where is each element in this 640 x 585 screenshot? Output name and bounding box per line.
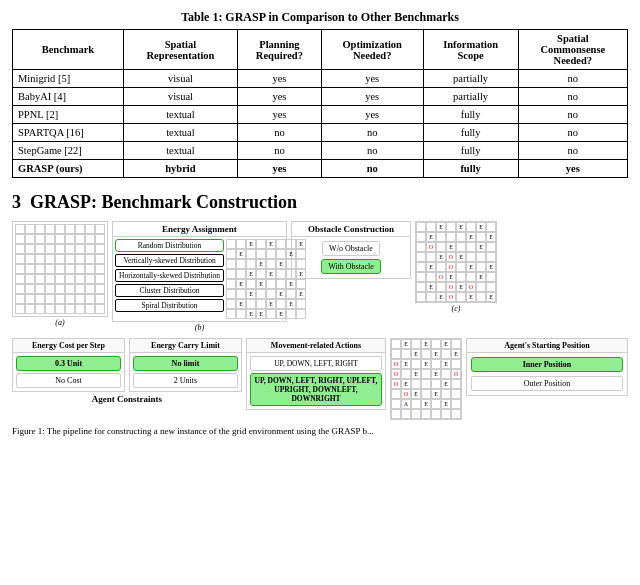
grid-cell [286, 269, 296, 279]
grid-cell [226, 239, 236, 249]
grid-cell: E [286, 249, 296, 259]
grid-cell [25, 224, 35, 234]
position-item: Outer Position [471, 376, 623, 391]
grid-cell: E [446, 242, 456, 252]
grid-cell [15, 234, 25, 244]
grid-cell [85, 254, 95, 264]
grid-cell [276, 239, 286, 249]
grid-cell [45, 294, 55, 304]
grid-cell [95, 224, 105, 234]
grid-cell [45, 254, 55, 264]
grid-cell [286, 309, 296, 319]
grid-cell [426, 292, 436, 302]
grid-cell [266, 249, 276, 259]
grid-cell [55, 264, 65, 274]
energy-carry-item: No limit [133, 356, 238, 371]
grid-cell [411, 399, 421, 409]
table-cell: no [518, 70, 627, 88]
grid-cell [15, 304, 25, 314]
grid-cell [95, 274, 105, 284]
label-a: (a) [55, 318, 64, 327]
grid-cell [431, 339, 441, 349]
grid-cell: E [256, 279, 266, 289]
grid-panel-a [12, 221, 108, 317]
grid-cell [95, 234, 105, 244]
obstacle-title: Obstacle Construction [292, 222, 410, 237]
grid-cell [45, 264, 55, 274]
grid-cell [451, 409, 461, 419]
grid-cell [416, 222, 426, 232]
grid-cell [226, 259, 236, 269]
grid-cell [55, 274, 65, 284]
table-cell: PPNL [2] [13, 106, 124, 124]
grid-cell [256, 299, 266, 309]
grid-cell [65, 294, 75, 304]
table-cell: yes [237, 160, 321, 178]
grid-cell [286, 289, 296, 299]
grid-cell [236, 309, 246, 319]
grid-cell [436, 242, 446, 252]
grid-cell [476, 252, 486, 262]
agent-constraints-section: Energy Cost per Step 0.3 UnitNo Cost Ene… [12, 338, 242, 404]
grid-cell: E [411, 369, 421, 379]
grid-cell [55, 234, 65, 244]
grid-cell [476, 232, 486, 242]
grid-cell: E [236, 279, 246, 289]
table-cell: SPARTQA [16] [13, 124, 124, 142]
grid-cell [45, 284, 55, 294]
energy-carry-title: Energy Carry Limit [130, 339, 241, 353]
position-item: Inner Position [471, 357, 623, 372]
grid-cell: E [401, 379, 411, 389]
table-cell: fully [423, 124, 518, 142]
table-cell: no [321, 160, 423, 178]
table-cell: visual [123, 88, 237, 106]
grid-cell: E [446, 272, 456, 282]
grid-cell: E [421, 399, 431, 409]
grid-cell [446, 232, 456, 242]
grid-cell [95, 244, 105, 254]
grid-cell [85, 304, 95, 314]
agent-constraints-title: Agent Constraints [12, 394, 242, 404]
grid-cell [416, 282, 426, 292]
grid-cell [226, 309, 236, 319]
grid-cell: O [391, 379, 401, 389]
grid-cell [426, 252, 436, 262]
grid-cell [466, 242, 476, 252]
grid-cell: O [446, 262, 456, 272]
grid-cell [431, 409, 441, 419]
grid-cell: E [436, 292, 446, 302]
energy-cost-item: 0.3 Unit [16, 356, 121, 371]
grid-cell [401, 409, 411, 419]
grid-cell [75, 304, 85, 314]
grid-cell: E [296, 269, 306, 279]
grid-cell [55, 304, 65, 314]
grid-cell [451, 359, 461, 369]
table-cell: hybrid [123, 160, 237, 178]
grid-cell: E [441, 359, 451, 369]
col-optimization: OptimizationNeeded? [321, 30, 423, 70]
grid-cell: E [426, 282, 436, 292]
grid-cell [15, 284, 25, 294]
grid-cell [25, 304, 35, 314]
grid-cell [85, 294, 95, 304]
col-commonsense: SpatialCommonsenseNeeded? [518, 30, 627, 70]
energy-cost-item: No Cost [16, 373, 121, 388]
grid-cell: E [266, 299, 276, 309]
grid-cell [401, 369, 411, 379]
grid-cell [476, 292, 486, 302]
movement-box: Movement-related Actions UP, DOWN, LEFT,… [246, 338, 386, 410]
grid-cell [441, 409, 451, 419]
grid-panel-c: EEEEEEOEEEOEEOEEOEEEOEOEOEE [415, 221, 497, 303]
table-cell: partially [423, 70, 518, 88]
grid-cell [35, 284, 45, 294]
table-cell: StepGame [22] [13, 142, 124, 160]
grid-cell [95, 284, 105, 294]
table-cell: no [321, 124, 423, 142]
grid-cell [236, 269, 246, 279]
table-cell: yes [237, 70, 321, 88]
movement-item: UP, DOWN, LEFT, RIGHT, UPLEFT, UPRIGHT, … [250, 373, 382, 406]
grid-cell [456, 232, 466, 242]
grid-cell [416, 232, 426, 242]
grid-cell [391, 399, 401, 409]
grid-cell [486, 242, 496, 252]
